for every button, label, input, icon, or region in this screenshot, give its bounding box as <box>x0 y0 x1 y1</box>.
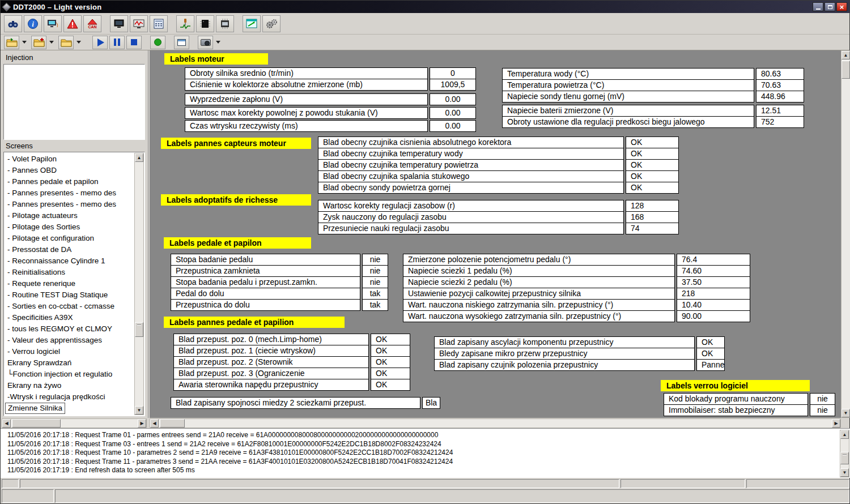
dtc-warning-button[interactable] <box>63 15 82 32</box>
field-value: 168 <box>626 211 679 223</box>
field-value: OK <box>371 368 410 379</box>
sidebar: Injection Screens - Volet Papilon - Pann… <box>1 50 148 418</box>
graph-window-button[interactable] <box>243 15 261 32</box>
eeprom-chip-button[interactable] <box>216 15 234 32</box>
field-row: Przesuniecie nauki regulacji zasobu74 <box>318 223 679 234</box>
screens-list-item[interactable]: Ekrany na żywo <box>5 380 134 391</box>
screens-list-scrollbar[interactable]: ▲ ▼ <box>134 153 144 415</box>
field-row: Blad przepust. poz. 3 (OgraniczenieOK <box>173 368 410 379</box>
screens-list: - Volet Papilon - Pannes OBD - Pannes pe… <box>3 152 145 416</box>
scroll-thumb[interactable] <box>12 419 61 428</box>
field-row: Napiecie sciezki 1 pedalu (%)74.60 <box>403 265 750 277</box>
scroll-thumb[interactable] <box>842 61 850 79</box>
screens-list-item[interactable]: -Wtrysk i regulacja prędkości <box>5 391 134 403</box>
scroll-down-button[interactable]: ▼ <box>842 409 850 417</box>
log-vscrollbar[interactable]: ▲ ▼ <box>840 430 849 477</box>
settings-gears-button[interactable] <box>262 15 280 32</box>
main-hscrollbar[interactable]: ◀ ▶ <box>150 418 841 428</box>
screens-list-item[interactable]: - Verrou logiciel <box>5 346 134 357</box>
field-label: Ustawienie pozycji calkowitej przepustni… <box>403 288 675 300</box>
screens-list-item[interactable]: - Volet Papilon <box>5 153 134 165</box>
field-row: Blad zapisany spojnosci miedzy 2 sciezka… <box>171 397 440 409</box>
injection-listbox[interactable] <box>3 64 145 140</box>
ecu-chip-button[interactable] <box>196 15 214 32</box>
search-binoculars-button[interactable] <box>4 15 22 32</box>
add-folder-dropdown[interactable] <box>48 36 55 49</box>
field-row: Blad zapisany ascylacji komponentu przep… <box>434 336 725 348</box>
stop-icon <box>131 39 137 45</box>
field-row: Blad obecny czujnika temperatury powietr… <box>318 159 679 171</box>
scroll-down-button[interactable]: ▼ <box>840 468 849 477</box>
screens-list-item[interactable]: └Fonction injection et regulatio <box>5 369 134 380</box>
stop-button[interactable] <box>126 36 142 49</box>
can-warning-button[interactable]: CAN <box>83 15 101 32</box>
log-line: 11/05/2016 20:17:18 : Request Trame 10 -… <box>7 449 839 458</box>
screens-list-item[interactable]: - tous les REGMOY et CLMOY <box>5 323 134 335</box>
remote-screen-button[interactable] <box>44 15 62 32</box>
field-value: OK <box>626 148 679 160</box>
scroll-up-button[interactable]: ▲ <box>840 430 849 439</box>
field-row: Blad obecny sondy powietrza gornejOK <box>318 182 679 194</box>
open-folder-button[interactable] <box>4 36 19 49</box>
oscilloscope-button[interactable] <box>130 15 148 32</box>
open-folder-dropdown[interactable] <box>21 36 28 49</box>
field-row: Awaria sterownika napędu przepustnicyOK <box>173 379 410 391</box>
scroll-thumb[interactable] <box>135 322 143 337</box>
screens-list-item[interactable]: - Valeur des apprentissages <box>5 335 134 346</box>
pause-button[interactable] <box>109 36 125 49</box>
log-panel[interactable]: 11/05/2016 20:17:18 : Request Trame 01 -… <box>1 428 850 478</box>
field-value: 76.4 <box>677 254 750 266</box>
scroll-right-button[interactable]: ▶ <box>138 419 146 428</box>
info-button[interactable]: i <box>24 15 42 32</box>
add-folder-button[interactable] <box>31 36 46 49</box>
scroll-thumb[interactable] <box>840 452 849 464</box>
screens-list-item[interactable]: - Pilotage actuateurs <box>5 210 134 221</box>
screens-list-item[interactable]: - Requete renerique <box>5 278 134 289</box>
screens-list-item[interactable]: - Reinitialisations <box>5 267 134 278</box>
field-value: tak <box>362 288 388 300</box>
scroll-left-button[interactable]: ◀ <box>150 419 159 428</box>
screens-list-item[interactable]: - Pressostat de DA <box>5 244 134 255</box>
sensor-signal-button[interactable] <box>176 15 194 32</box>
scroll-thumb[interactable] <box>160 419 185 428</box>
browse-folder-button[interactable] <box>58 36 74 49</box>
monitor-icon <box>113 18 125 29</box>
scroll-left-button[interactable]: ◀ <box>2 419 11 428</box>
field-value: OK <box>371 345 410 357</box>
screens-list-item[interactable]: - Pannes OBD <box>5 165 134 176</box>
screenshot-dropdown[interactable] <box>215 36 222 49</box>
screens-list-item[interactable]: - Sorties en co-ccbat - ccmasse <box>5 301 134 312</box>
screens-list-item[interactable]: - Reconnaissance Cylindre 1 <box>5 255 134 267</box>
monitor-button[interactable] <box>110 15 128 32</box>
scroll-up-button[interactable]: ▲ <box>135 153 143 162</box>
sidebar-hscrollbar[interactable]: ◀ ▶ <box>2 418 147 428</box>
calculator-button[interactable] <box>150 15 168 32</box>
scroll-right-button[interactable]: ▶ <box>832 419 840 428</box>
titlebar: DDT2000 – Light version × <box>1 1 849 13</box>
log-line: 11/05/2016 20:17:18 : Request Trame 11 -… <box>7 458 839 467</box>
screens-list-item[interactable]: - Routine TEST Diag Statique <box>5 289 134 301</box>
restore-button[interactable] <box>824 2 835 11</box>
screens-list-item[interactable]: Ekrany Sprawdzań <box>5 357 134 369</box>
screens-list-item[interactable]: - Pannes pedale et papilon <box>5 176 134 187</box>
info-icon: i <box>27 18 39 29</box>
screenshot-camera-button[interactable] <box>198 36 213 49</box>
scroll-down-button[interactable]: ▼ <box>135 406 143 415</box>
main-vscrollbar[interactable]: ▲ ▼ <box>841 50 850 418</box>
screens-list-item[interactable]: - Pannes presentes - memo des <box>5 199 134 210</box>
pause-icon <box>114 39 120 46</box>
play-button[interactable] <box>92 36 108 49</box>
scroll-up-button[interactable]: ▲ <box>842 51 850 59</box>
window-layout-button[interactable] <box>174 36 189 49</box>
screens-list-item[interactable]: - Pilotage et configuration <box>5 233 134 244</box>
record-button[interactable] <box>150 36 165 49</box>
log-line: 11/05/2016 20:17:18 : Request Trame 03 -… <box>7 440 839 449</box>
close-button[interactable]: × <box>836 2 847 11</box>
field-label: Obroty ustawione dla regulacji predkosci… <box>502 116 754 128</box>
screens-list-item[interactable]: - Pilotage des Sorties <box>5 221 134 233</box>
screens-list-item[interactable]: - Specificities A39X <box>5 312 134 323</box>
screens-list-item[interactable]: - Pannes presentes - memo des <box>5 187 134 199</box>
minimize-button[interactable] <box>813 2 823 11</box>
browse-folder-dropdown[interactable] <box>75 36 82 49</box>
screens-list-item-selected[interactable]: Zmienne Silnika <box>5 403 65 414</box>
